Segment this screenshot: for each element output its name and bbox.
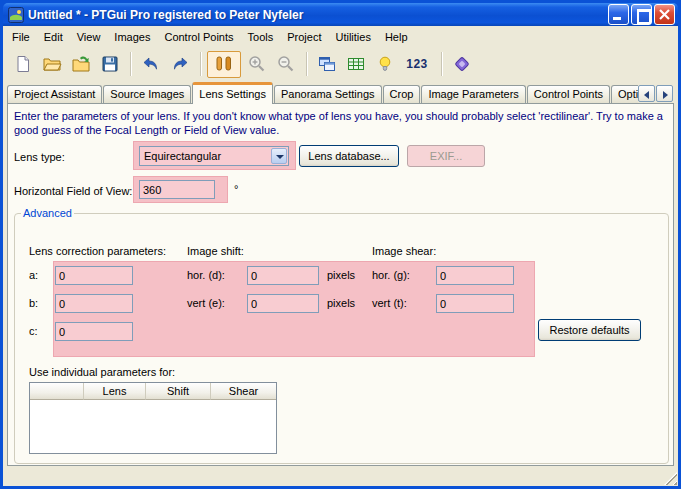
hfov-label: Horizontal Field of View:	[14, 185, 132, 197]
lens-database-button[interactable]: Lens database...	[299, 145, 399, 167]
hfov-input[interactable]	[139, 180, 215, 199]
table-header-shift[interactable]: Shift	[146, 383, 211, 400]
table-header-shear[interactable]: Shear	[211, 383, 276, 400]
pixels-label-2: pixels	[327, 297, 355, 309]
menu-file[interactable]: File	[5, 29, 37, 45]
new-project-icon[interactable]	[9, 51, 36, 78]
undo-icon[interactable]	[137, 51, 164, 78]
shift-vert-e-input[interactable]	[247, 294, 319, 313]
save-project-icon[interactable]	[96, 51, 123, 78]
control-points-tool-icon[interactable]	[207, 51, 241, 78]
menu-tools[interactable]: Tools	[241, 29, 281, 45]
open-recent-icon[interactable]	[67, 51, 94, 78]
shear-vert-t-label: vert (t):	[372, 297, 407, 309]
param-b-input[interactable]	[55, 294, 133, 313]
param-c-label: c:	[29, 325, 38, 337]
app-icon[interactable]	[8, 7, 24, 23]
individual-parameters-table: Lens Shift Shear	[29, 382, 277, 454]
window-title: Untitled * - PTGui Pro registered to Pet…	[28, 8, 606, 22]
project-settings-icon[interactable]	[448, 51, 475, 78]
tab-optimizer[interactable]: Optimizer	[611, 85, 638, 104]
resize-grip[interactable]	[664, 472, 677, 485]
menu-edit[interactable]: Edit	[37, 29, 70, 45]
numeric-transform-icon[interactable]: 123	[400, 51, 434, 78]
zoom-in-icon[interactable]	[243, 51, 270, 78]
tab-scroll-buttons	[637, 85, 673, 102]
param-c-input[interactable]	[55, 322, 133, 341]
tab-scroll-right-icon[interactable]	[656, 85, 673, 102]
lens-correction-label: Lens correction parameters:	[29, 245, 166, 257]
menu-utilities[interactable]: Utilities	[328, 29, 377, 45]
lens-instructions: Enter the parameters of your lens. If yo…	[14, 109, 668, 137]
zoom-out-icon[interactable]	[272, 51, 299, 78]
pixels-label-1: pixels	[327, 269, 355, 281]
statusbar	[3, 466, 678, 486]
shift-hor-d-label: hor. (d):	[187, 269, 225, 281]
exif-button[interactable]: EXIF...	[407, 145, 485, 167]
panorama-editor-icon[interactable]	[313, 51, 340, 78]
toolbar-separator	[130, 52, 132, 76]
lens-type-label: Lens type:	[14, 151, 65, 163]
tab-scroll-left-icon[interactable]	[638, 85, 655, 102]
menu-control-points[interactable]: Control Points	[157, 29, 240, 45]
toolbar-separator	[441, 52, 443, 76]
close-icon[interactable]	[654, 4, 675, 25]
titlebar: Untitled * - PTGui Pro registered to Pet…	[3, 3, 678, 26]
advanced-group-title: Advanced	[21, 207, 74, 219]
menu-help[interactable]: Help	[378, 29, 415, 45]
optimizer-icon[interactable]	[371, 51, 398, 78]
toolbar-separator	[306, 52, 308, 76]
tab-lens-settings[interactable]: Lens Settings	[192, 82, 273, 104]
image-shear-label: Image shear:	[372, 245, 436, 257]
tab-source-images[interactable]: Source Images	[103, 85, 191, 104]
param-a-input[interactable]	[55, 266, 133, 285]
tab-crop[interactable]: Crop	[383, 85, 421, 104]
shear-vert-t-input[interactable]	[436, 294, 514, 313]
tabbar: Project Assistant Source Images Lens Set…	[7, 82, 638, 104]
tab-control-points[interactable]: Control Points	[527, 85, 610, 104]
shift-vert-e-label: vert (e):	[187, 297, 225, 309]
tab-image-parameters[interactable]: Image Parameters	[421, 85, 525, 104]
detail-viewer-icon[interactable]	[342, 51, 369, 78]
lens-settings-panel: Enter the parameters of your lens. If yo…	[7, 103, 674, 466]
hfov-unit: °	[234, 183, 238, 195]
app-window: Untitled * - PTGui Pro registered to Pet…	[0, 0, 681, 489]
use-individual-label: Use individual parameters for:	[29, 366, 175, 378]
table-header-row: Lens Shift Shear	[30, 383, 276, 400]
param-b-label: b:	[29, 297, 38, 309]
shift-hor-d-input[interactable]	[247, 266, 319, 285]
menu-images[interactable]: Images	[107, 29, 157, 45]
image-shift-label: Image shift:	[187, 245, 244, 257]
toolbar-separator	[200, 52, 202, 76]
menu-project[interactable]: Project	[280, 29, 328, 45]
restore-defaults-button[interactable]: Restore defaults	[538, 319, 641, 341]
window-body: File Edit View Images Control Points Too…	[3, 26, 678, 486]
advanced-group: Advanced Lens correction parameters: Ima…	[14, 207, 669, 464]
param-a-label: a:	[29, 269, 38, 281]
toolbar: 123	[3, 47, 678, 81]
chevron-down-icon[interactable]	[271, 148, 287, 164]
shear-hor-g-label: hor. (g):	[372, 269, 410, 281]
redo-icon[interactable]	[166, 51, 193, 78]
lens-type-select[interactable]: Equirectangular	[139, 146, 289, 166]
minimize-icon[interactable]	[608, 4, 629, 25]
tab-panorama-settings[interactable]: Panorama Settings	[274, 85, 382, 104]
lens-type-value: Equirectangular	[140, 150, 271, 162]
menubar: File Edit View Images Control Points Too…	[3, 26, 678, 47]
tab-project-assistant[interactable]: Project Assistant	[7, 85, 102, 104]
table-header-lens[interactable]: Lens	[84, 383, 146, 400]
menu-view[interactable]: View	[70, 29, 108, 45]
open-project-icon[interactable]	[38, 51, 65, 78]
shear-hor-g-input[interactable]	[436, 266, 514, 285]
maximize-icon[interactable]	[631, 4, 652, 25]
table-header-blank[interactable]	[30, 383, 84, 400]
